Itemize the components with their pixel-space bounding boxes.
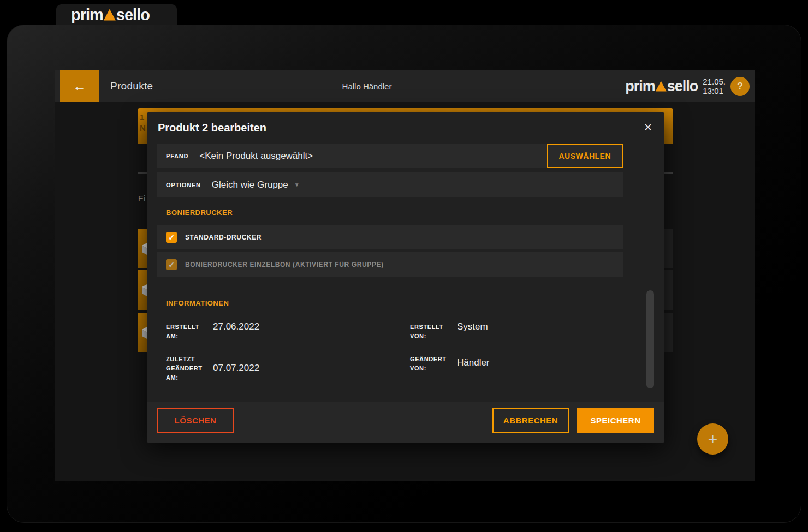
delete-button[interactable]: LÖSCHEN <box>157 408 234 433</box>
erstellt-von-field: ERSTELLT VON: System <box>410 322 488 341</box>
modal-footer: LÖSCHEN ABBRECHEN SPEICHERN <box>147 402 664 443</box>
erstellt-am-value: 27.06.2022 <box>213 321 259 341</box>
zuletzt-geaendert-am-value: 07.07.2022 <box>213 363 259 382</box>
app-screen: 1 N Ei <box>55 70 755 481</box>
logo-triangle-icon <box>656 81 667 92</box>
logo-prefix: prim <box>625 78 655 95</box>
close-button[interactable]: ✕ <box>644 121 652 134</box>
greeting-text: Hallo Händler <box>55 82 679 91</box>
erstellt-am-label: ERSTELLT AM: <box>166 322 209 341</box>
checkbox-label: STANDARD-DRUCKER <box>185 234 262 241</box>
add-product-button[interactable]: + <box>697 423 728 455</box>
logo-prefix: prim <box>71 6 103 24</box>
bonierdrucker-section-title: BONIERDRUCKER <box>166 208 233 217</box>
logo-suffix: sello <box>116 6 150 24</box>
logo-triangle-icon <box>104 9 116 21</box>
chevron-down-icon: ▼ <box>294 182 300 188</box>
app-window: 1 N Ei <box>7 25 801 523</box>
optionen-dropdown[interactable]: OPTIONEN Gleich wie Gruppe ▼ <box>157 172 623 197</box>
geaendert-von-field: GEÄNDERT VON: Händler <box>410 355 490 373</box>
browser-tab[interactable]: primsello <box>56 4 177 25</box>
date-text: 21.05. <box>703 77 726 86</box>
cancel-button[interactable]: ABBRECHEN <box>492 408 569 433</box>
erstellt-am-field: ERSTELLT AM: 27.06.2022 <box>166 322 259 341</box>
modal-title: Produkt 2 bearbeiten <box>158 122 266 134</box>
section-label-fragment: Ei <box>138 194 145 203</box>
edit-product-modal: Produkt 2 bearbeiten ✕ PFAND <Kein Produ… <box>147 112 664 443</box>
optionen-label: OPTIONEN <box>166 182 201 188</box>
optionen-value: Gleich wie Gruppe <box>212 180 288 190</box>
standard-drucker-checkbox-row[interactable]: ✓ STANDARD-DRUCKER <box>157 225 623 249</box>
erstellt-von-label: ERSTELLT VON: <box>410 322 453 341</box>
zuletzt-geaendert-am-label: ZULETZT GEÄNDERT AM: <box>166 355 209 382</box>
primasello-logo: primsello <box>625 78 698 95</box>
geaendert-von-label: GEÄNDERT VON: <box>410 355 453 373</box>
pfand-label: PFAND <box>166 153 188 159</box>
geaendert-von-value: Händler <box>457 357 490 373</box>
time-text: 13:01 <box>703 86 726 95</box>
group-row-text-fragment: 1 N <box>140 112 146 134</box>
app-header: ← Produkte Hallo Händler primsello 21.05… <box>55 70 755 102</box>
auswaehlen-button[interactable]: AUSWÄHLEN <box>547 144 623 168</box>
zuletzt-geaendert-am-field: ZULETZT GEÄNDERT AM: 07.07.2022 <box>166 355 259 382</box>
header-right: primsello 21.05. 13:01 ? <box>625 70 750 102</box>
help-button[interactable]: ? <box>730 77 750 96</box>
logo-suffix: sello <box>667 78 698 95</box>
pfand-field: PFAND <Kein Produkt ausgewählt> AUSWÄHLE… <box>157 144 623 168</box>
datetime-display: 21.05. 13:01 <box>703 77 726 95</box>
pfand-value: <Kein Produkt ausgewählt> <box>199 151 313 162</box>
close-icon: ✕ <box>644 122 652 133</box>
question-mark-icon: ? <box>737 81 743 92</box>
checkbox-label: BONIERDRUCKER EINZELBON (AKTIVIERT FÜR G… <box>185 261 384 268</box>
einzelbon-checkbox-row: ✓ BONIERDRUCKER EINZELBON (AKTIVIERT FÜR… <box>157 252 623 277</box>
modal-scrollbar-thumb[interactable] <box>646 290 654 388</box>
informationen-section-title: INFORMATIONEN <box>166 299 229 307</box>
checkbox-checked-icon[interactable]: ✓ <box>166 232 177 243</box>
checkbox-checked-disabled-icon: ✓ <box>166 259 177 270</box>
save-button[interactable]: SPEICHERN <box>577 408 654 433</box>
primasello-logo: primsello <box>71 6 150 24</box>
erstellt-von-value: System <box>457 321 488 341</box>
